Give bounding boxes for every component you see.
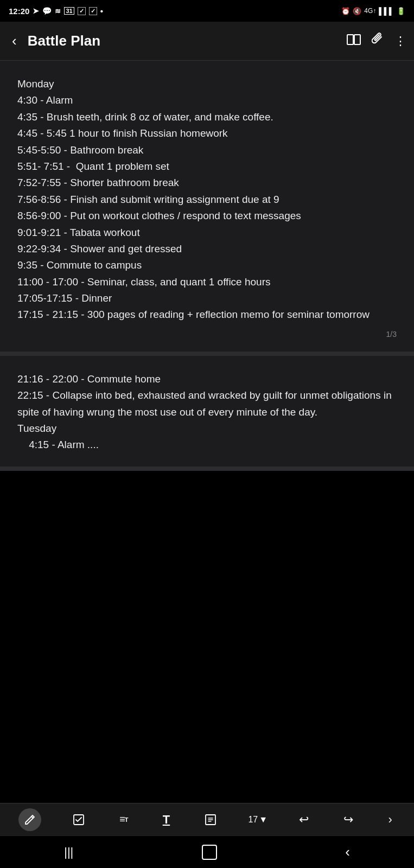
more-icon[interactable]: ⋮ xyxy=(394,34,406,48)
note-card-2-text[interactable]: 21:16 - 22:00 - Commute home 22:15 - Col… xyxy=(17,371,397,454)
top-bar: ‹ Battle Plan ⋮ xyxy=(0,22,414,61)
status-right: ⏰ 🔇 4G↑ ▌▌▌ 🔋 xyxy=(341,7,405,15)
page-indicator: 1/3 xyxy=(17,330,397,339)
note-card-1: Monday 4:30 - Alarm 4:35 - Brush teeth, … xyxy=(0,61,414,356)
book-icon[interactable] xyxy=(347,34,361,49)
pen-tool-button[interactable] xyxy=(18,808,41,831)
top-icons: ⋮ xyxy=(347,33,406,50)
app1-icon: ✓ xyxy=(78,7,86,15)
text-tool-button[interactable]: T xyxy=(160,809,173,830)
more-toolbar-button[interactable]: › xyxy=(385,809,396,830)
time-display: 12:20 xyxy=(9,7,29,16)
mute-icon: 🔇 xyxy=(353,7,361,15)
back-button[interactable]: ‹ xyxy=(8,30,21,52)
svg-rect-0 xyxy=(347,35,353,44)
note-card-1-text[interactable]: Monday 4:30 - Alarm 4:35 - Brush teeth, … xyxy=(17,76,397,323)
app2-icon: ✓ xyxy=(89,7,97,15)
calendar-icon: 31 xyxy=(64,7,74,15)
page-title: Battle Plan xyxy=(28,33,340,49)
paperclip-icon[interactable] xyxy=(372,33,384,50)
battery-icon: 🔋 xyxy=(397,7,405,15)
lte-icon: 4G↑ xyxy=(364,7,376,15)
redo-button[interactable]: ↪ xyxy=(340,809,356,830)
system-back-button[interactable]: ‹ xyxy=(345,844,350,860)
recents-button[interactable]: ||| xyxy=(64,845,73,859)
textbox-tool-button[interactable] xyxy=(201,810,220,829)
bottom-toolbar: ≡T T 17 ▼ ↩ ↪ › xyxy=(0,803,414,835)
note-card-2: 21:16 - 22:00 - Commute home 22:15 - Col… xyxy=(0,356,414,471)
font-size-value: 17 xyxy=(248,815,258,825)
list-text-tool-button[interactable]: ≡T xyxy=(116,810,131,828)
home-button[interactable] xyxy=(202,845,217,860)
font-size-selector[interactable]: 17 ▼ xyxy=(248,815,267,825)
status-left: 12:20 ➤ 💬 ≋ 31 ✓ ✓ • xyxy=(9,7,103,16)
wifi-icon: ≋ xyxy=(55,7,61,15)
dot-icon: • xyxy=(100,7,103,16)
fontsize-dropdown-icon: ▼ xyxy=(259,815,267,825)
undo-button[interactable]: ↩ xyxy=(296,809,312,830)
content-area: Monday 4:30 - Alarm 4:35 - Brush teeth, … xyxy=(0,61,414,471)
checkbox-tool-button[interactable] xyxy=(69,810,88,829)
svg-rect-1 xyxy=(354,35,360,44)
status-bar: 12:20 ➤ 💬 ≋ 31 ✓ ✓ • ⏰ 🔇 4G↑ ▌▌▌ 🔋 xyxy=(0,0,414,22)
nav-bar: ||| ‹ xyxy=(0,835,414,868)
alarm-status-icon: ⏰ xyxy=(341,7,350,15)
signal-icon: ▌▌▌ xyxy=(379,7,394,15)
message-icon: 💬 xyxy=(42,7,52,15)
telegram-icon: ➤ xyxy=(33,7,39,15)
